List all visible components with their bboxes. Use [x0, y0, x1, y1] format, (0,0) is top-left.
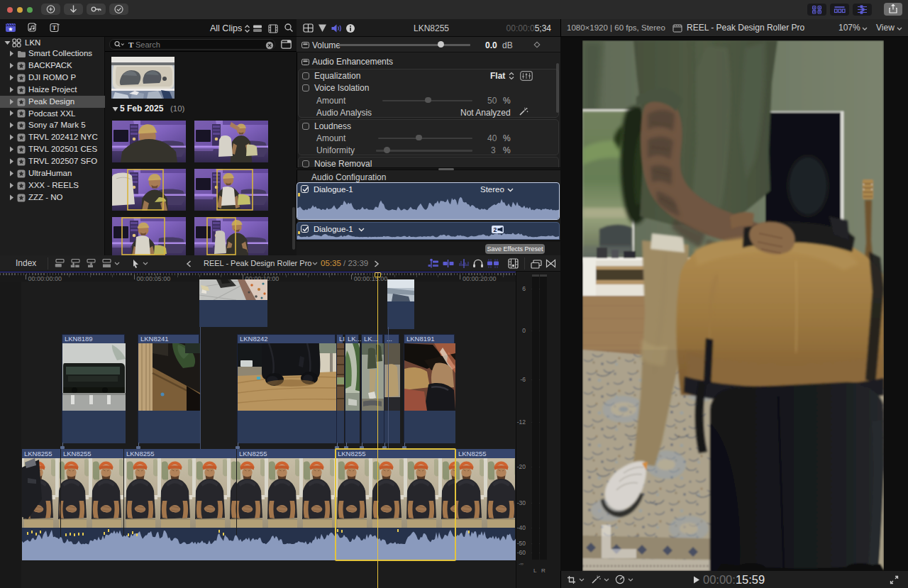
- svg-text:T: T: [52, 24, 56, 31]
